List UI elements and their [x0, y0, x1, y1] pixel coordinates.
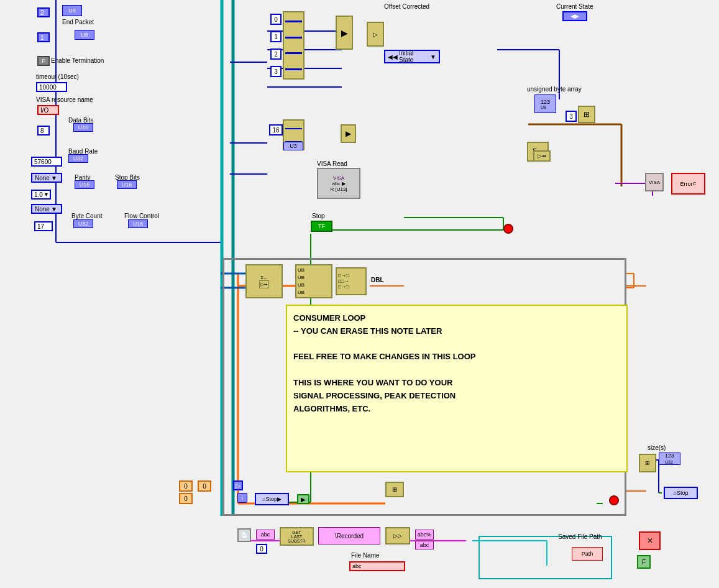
stop-home-consumer[interactable]: ⌂Stop▶	[255, 493, 289, 505]
enable-term-ctrl[interactable]: F	[37, 56, 50, 66]
current-state-label: Current State	[556, 3, 593, 10]
num-input-3[interactable]: 3	[270, 66, 282, 77]
stop-bits-val[interactable]: 1.0 ▼	[31, 190, 51, 200]
visa-input[interactable]: I/O	[37, 105, 59, 115]
consumer-note-box: CONSUMER LOOP -- YOU CAN ERASE THIS NOTE…	[286, 305, 628, 472]
file-name-label: File Name	[351, 552, 380, 559]
compare-upper-right: ▶	[341, 124, 356, 143]
u3-block: U3	[283, 142, 303, 150]
recorded-block: \Recorded	[318, 527, 380, 544]
byte-count-val[interactable]: 17	[34, 221, 53, 231]
byte-array-block: 123 U8	[534, 94, 556, 113]
visa-terminal-right: VISA	[645, 173, 664, 191]
bundle-block-1	[283, 11, 305, 80]
func-block-right: ⊞	[578, 106, 595, 123]
enable-term-label: Enable Termination	[51, 57, 104, 64]
size-123-block: 123U32	[659, 452, 680, 465]
flow-ctrl-u16: U16	[128, 219, 148, 228]
end-packet-label: End Packet	[62, 19, 94, 25]
compare-block-1: ▶	[336, 16, 353, 50]
num-input-0[interactable]: 0	[270, 14, 282, 25]
data-bits-val[interactable]: 8	[37, 126, 50, 136]
stop-indicator-upper	[503, 224, 513, 234]
size-block: ⊞	[639, 454, 656, 472]
num2-ctrl[interactable]: 2	[37, 7, 50, 17]
offset-corrected-label: Offset Corrected	[384, 3, 429, 10]
note-content: CONSUMER LOOP -- YOU CAN ERASE THIS NOTE…	[293, 312, 620, 415]
baud-rate-val[interactable]: 57600	[31, 157, 62, 167]
error-block: Error C	[671, 173, 705, 195]
main-canvas: U8 2 End Packet U8 1 F Enable Terminatio…	[0, 0, 719, 588]
baud-rate-u32: U32	[68, 154, 88, 163]
file-name-input[interactable]: abc	[349, 561, 405, 571]
num3-right[interactable]: 3	[566, 111, 577, 122]
timeout-input[interactable]: 10000	[36, 82, 67, 92]
saved-file-path-label: Saved File Path	[558, 533, 602, 540]
get-last-substr: GET LAST SUBSTR	[280, 527, 314, 546]
convert-block-recorded: ▷▷	[385, 527, 410, 544]
u8-block-top: U8	[62, 5, 82, 16]
zero-box-1[interactable]: 0	[179, 480, 193, 492]
grid-block-consumer: ⊞	[385, 482, 404, 497]
abc-block-1: abc	[256, 530, 275, 540]
size-label: size(s)	[648, 444, 666, 451]
abc-block-2: abc%	[415, 530, 434, 540]
stop-bits-u16: U16	[117, 180, 137, 189]
file-icon-green: F	[637, 555, 651, 569]
data-bits-u16: U16	[73, 123, 93, 132]
visa-read-block: VISA abc ▶ R [U13]	[317, 168, 360, 199]
byte-count-label: Byte Count	[71, 213, 102, 219]
num16-input[interactable]: 16	[269, 124, 283, 136]
zero-box-3[interactable]: 0	[198, 480, 211, 492]
abc-block-3: abc	[415, 541, 434, 549]
visa-label: VISA resource name	[36, 96, 93, 103]
stop-upper-label: Stop	[312, 213, 325, 219]
unsigned-byte-label: unsigned byte array	[527, 86, 582, 93]
array-convert-block: □→□ □□→ □→□	[336, 267, 367, 295]
stop-bool-upper[interactable]: TF	[311, 221, 332, 232]
dequeue-block: Σ... ▷▪▪	[245, 264, 283, 298]
parity-u16: U16	[75, 180, 94, 189]
array-block-right: ▷▪▪	[533, 150, 551, 162]
num0-bottom[interactable]: 0	[256, 544, 267, 554]
byte-count-u32: U32	[73, 219, 93, 228]
num-input-2[interactable]: 2	[270, 48, 282, 60]
dbl-label: DBL	[371, 277, 384, 283]
flow-ctrl-label: Flow Control	[124, 213, 159, 219]
compare-block-2: ▷	[367, 22, 384, 47]
initial-state-dropdown[interactable]: ◀◀ Initial State ▼	[384, 50, 440, 63]
red-x-block: ✕	[639, 531, 661, 550]
none2-dropdown[interactable]: None ▼	[31, 204, 62, 214]
visa-read-label: VISA Read	[317, 160, 347, 167]
iteration-indicator: ▷	[233, 480, 243, 490]
num1-ctrl[interactable]: 1	[37, 32, 50, 42]
current-state-indicator: ◀▶	[562, 11, 587, 21]
zero-box-2[interactable]: 0	[179, 493, 193, 504]
u8-label: U8	[68, 7, 76, 14]
u8-block-2: U8	[75, 30, 94, 40]
file-icon-1: 📄	[237, 528, 251, 542]
path-indicator: Path	[572, 547, 603, 561]
stop-home-right[interactable]: ⌂Stop	[664, 487, 698, 499]
arrow-consumer: ▶	[297, 494, 309, 504]
stop-indicator-consumer	[609, 495, 619, 505]
num-input-1[interactable]: 1	[270, 31, 282, 42]
bundle-array-block: UB UB UB UB	[295, 264, 332, 298]
timeout-label: timeout (10sec)	[36, 73, 79, 80]
parity-dropdown[interactable]: None ▼	[31, 173, 62, 183]
loop-info-badge: i	[237, 493, 247, 503]
